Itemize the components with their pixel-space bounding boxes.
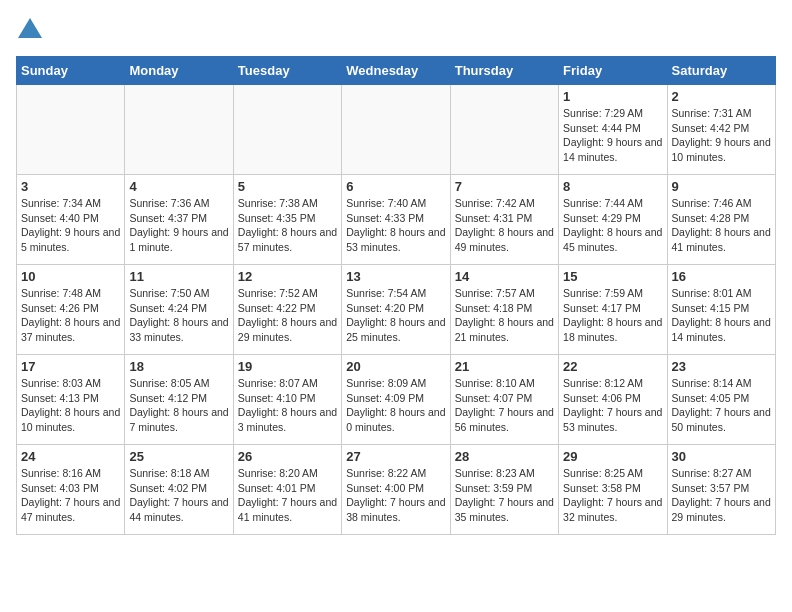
day-cell-27: 27Sunrise: 8:22 AMSunset: 4:00 PMDayligh… <box>342 445 450 535</box>
day-info: Sunrise: 7:48 AMSunset: 4:26 PMDaylight:… <box>21 286 120 345</box>
day-cell-5: 5Sunrise: 7:38 AMSunset: 4:35 PMDaylight… <box>233 175 341 265</box>
empty-cell <box>17 85 125 175</box>
day-cell-7: 7Sunrise: 7:42 AMSunset: 4:31 PMDaylight… <box>450 175 558 265</box>
day-cell-18: 18Sunrise: 8:05 AMSunset: 4:12 PMDayligh… <box>125 355 233 445</box>
day-info: Sunrise: 7:31 AMSunset: 4:42 PMDaylight:… <box>672 106 771 165</box>
day-number: 28 <box>455 449 554 464</box>
calendar-table: SundayMondayTuesdayWednesdayThursdayFrid… <box>16 56 776 535</box>
day-info: Sunrise: 7:57 AMSunset: 4:18 PMDaylight:… <box>455 286 554 345</box>
day-info: Sunrise: 8:12 AMSunset: 4:06 PMDaylight:… <box>563 376 662 435</box>
day-cell-4: 4Sunrise: 7:36 AMSunset: 4:37 PMDaylight… <box>125 175 233 265</box>
day-info: Sunrise: 7:34 AMSunset: 4:40 PMDaylight:… <box>21 196 120 255</box>
day-number: 23 <box>672 359 771 374</box>
day-info: Sunrise: 7:40 AMSunset: 4:33 PMDaylight:… <box>346 196 445 255</box>
day-info: Sunrise: 8:18 AMSunset: 4:02 PMDaylight:… <box>129 466 228 525</box>
calendar-week-3: 10Sunrise: 7:48 AMSunset: 4:26 PMDayligh… <box>17 265 776 355</box>
day-info: Sunrise: 8:25 AMSunset: 3:58 PMDaylight:… <box>563 466 662 525</box>
day-cell-14: 14Sunrise: 7:57 AMSunset: 4:18 PMDayligh… <box>450 265 558 355</box>
calendar-week-5: 24Sunrise: 8:16 AMSunset: 4:03 PMDayligh… <box>17 445 776 535</box>
day-cell-2: 2Sunrise: 7:31 AMSunset: 4:42 PMDaylight… <box>667 85 775 175</box>
day-number: 5 <box>238 179 337 194</box>
day-number: 14 <box>455 269 554 284</box>
day-info: Sunrise: 8:16 AMSunset: 4:03 PMDaylight:… <box>21 466 120 525</box>
day-info: Sunrise: 8:09 AMSunset: 4:09 PMDaylight:… <box>346 376 445 435</box>
calendar-week-2: 3Sunrise: 7:34 AMSunset: 4:40 PMDaylight… <box>17 175 776 265</box>
day-number: 17 <box>21 359 120 374</box>
col-header-thursday: Thursday <box>450 57 558 85</box>
day-info: Sunrise: 7:54 AMSunset: 4:20 PMDaylight:… <box>346 286 445 345</box>
day-info: Sunrise: 7:38 AMSunset: 4:35 PMDaylight:… <box>238 196 337 255</box>
day-number: 8 <box>563 179 662 194</box>
day-number: 21 <box>455 359 554 374</box>
day-cell-29: 29Sunrise: 8:25 AMSunset: 3:58 PMDayligh… <box>559 445 667 535</box>
day-cell-6: 6Sunrise: 7:40 AMSunset: 4:33 PMDaylight… <box>342 175 450 265</box>
day-cell-8: 8Sunrise: 7:44 AMSunset: 4:29 PMDaylight… <box>559 175 667 265</box>
col-header-sunday: Sunday <box>17 57 125 85</box>
day-info: Sunrise: 7:44 AMSunset: 4:29 PMDaylight:… <box>563 196 662 255</box>
day-number: 2 <box>672 89 771 104</box>
calendar-header-row: SundayMondayTuesdayWednesdayThursdayFrid… <box>17 57 776 85</box>
day-info: Sunrise: 7:36 AMSunset: 4:37 PMDaylight:… <box>129 196 228 255</box>
day-number: 16 <box>672 269 771 284</box>
calendar-week-4: 17Sunrise: 8:03 AMSunset: 4:13 PMDayligh… <box>17 355 776 445</box>
day-cell-16: 16Sunrise: 8:01 AMSunset: 4:15 PMDayligh… <box>667 265 775 355</box>
day-cell-12: 12Sunrise: 7:52 AMSunset: 4:22 PMDayligh… <box>233 265 341 355</box>
empty-cell <box>342 85 450 175</box>
day-number: 10 <box>21 269 120 284</box>
col-header-monday: Monday <box>125 57 233 85</box>
day-info: Sunrise: 7:52 AMSunset: 4:22 PMDaylight:… <box>238 286 337 345</box>
day-number: 29 <box>563 449 662 464</box>
empty-cell <box>450 85 558 175</box>
empty-cell <box>233 85 341 175</box>
day-cell-28: 28Sunrise: 8:23 AMSunset: 3:59 PMDayligh… <box>450 445 558 535</box>
day-info: Sunrise: 7:50 AMSunset: 4:24 PMDaylight:… <box>129 286 228 345</box>
day-cell-24: 24Sunrise: 8:16 AMSunset: 4:03 PMDayligh… <box>17 445 125 535</box>
day-cell-22: 22Sunrise: 8:12 AMSunset: 4:06 PMDayligh… <box>559 355 667 445</box>
day-cell-19: 19Sunrise: 8:07 AMSunset: 4:10 PMDayligh… <box>233 355 341 445</box>
day-number: 19 <box>238 359 337 374</box>
day-info: Sunrise: 8:10 AMSunset: 4:07 PMDaylight:… <box>455 376 554 435</box>
day-cell-13: 13Sunrise: 7:54 AMSunset: 4:20 PMDayligh… <box>342 265 450 355</box>
day-number: 25 <box>129 449 228 464</box>
day-info: Sunrise: 8:20 AMSunset: 4:01 PMDaylight:… <box>238 466 337 525</box>
day-info: Sunrise: 7:59 AMSunset: 4:17 PMDaylight:… <box>563 286 662 345</box>
calendar-week-1: 1Sunrise: 7:29 AMSunset: 4:44 PMDaylight… <box>17 85 776 175</box>
col-header-friday: Friday <box>559 57 667 85</box>
col-header-saturday: Saturday <box>667 57 775 85</box>
day-number: 24 <box>21 449 120 464</box>
day-info: Sunrise: 8:03 AMSunset: 4:13 PMDaylight:… <box>21 376 120 435</box>
day-cell-15: 15Sunrise: 7:59 AMSunset: 4:17 PMDayligh… <box>559 265 667 355</box>
day-cell-1: 1Sunrise: 7:29 AMSunset: 4:44 PMDaylight… <box>559 85 667 175</box>
day-info: Sunrise: 8:14 AMSunset: 4:05 PMDaylight:… <box>672 376 771 435</box>
day-cell-30: 30Sunrise: 8:27 AMSunset: 3:57 PMDayligh… <box>667 445 775 535</box>
logo-icon <box>16 16 44 44</box>
day-number: 30 <box>672 449 771 464</box>
day-number: 4 <box>129 179 228 194</box>
day-number: 13 <box>346 269 445 284</box>
day-info: Sunrise: 8:22 AMSunset: 4:00 PMDaylight:… <box>346 466 445 525</box>
day-number: 12 <box>238 269 337 284</box>
day-info: Sunrise: 8:23 AMSunset: 3:59 PMDaylight:… <box>455 466 554 525</box>
day-info: Sunrise: 8:01 AMSunset: 4:15 PMDaylight:… <box>672 286 771 345</box>
day-cell-21: 21Sunrise: 8:10 AMSunset: 4:07 PMDayligh… <box>450 355 558 445</box>
page-header <box>16 16 776 44</box>
day-number: 15 <box>563 269 662 284</box>
day-info: Sunrise: 8:05 AMSunset: 4:12 PMDaylight:… <box>129 376 228 435</box>
day-cell-25: 25Sunrise: 8:18 AMSunset: 4:02 PMDayligh… <box>125 445 233 535</box>
day-number: 22 <box>563 359 662 374</box>
day-cell-10: 10Sunrise: 7:48 AMSunset: 4:26 PMDayligh… <box>17 265 125 355</box>
day-info: Sunrise: 7:29 AMSunset: 4:44 PMDaylight:… <box>563 106 662 165</box>
logo <box>16 16 48 44</box>
day-info: Sunrise: 8:27 AMSunset: 3:57 PMDaylight:… <box>672 466 771 525</box>
day-number: 1 <box>563 89 662 104</box>
day-number: 6 <box>346 179 445 194</box>
col-header-tuesday: Tuesday <box>233 57 341 85</box>
day-cell-26: 26Sunrise: 8:20 AMSunset: 4:01 PMDayligh… <box>233 445 341 535</box>
day-cell-23: 23Sunrise: 8:14 AMSunset: 4:05 PMDayligh… <box>667 355 775 445</box>
day-number: 3 <box>21 179 120 194</box>
day-number: 26 <box>238 449 337 464</box>
day-cell-3: 3Sunrise: 7:34 AMSunset: 4:40 PMDaylight… <box>17 175 125 265</box>
col-header-wednesday: Wednesday <box>342 57 450 85</box>
day-cell-17: 17Sunrise: 8:03 AMSunset: 4:13 PMDayligh… <box>17 355 125 445</box>
day-info: Sunrise: 7:42 AMSunset: 4:31 PMDaylight:… <box>455 196 554 255</box>
